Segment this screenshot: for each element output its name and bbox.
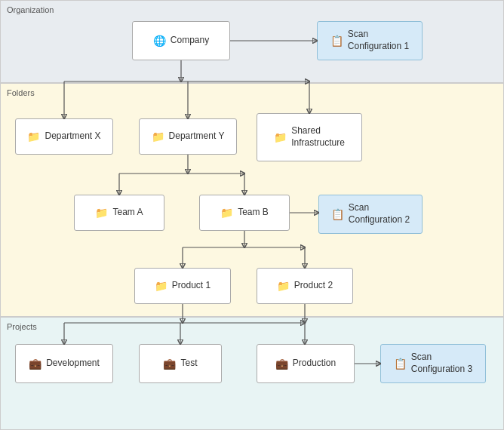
- dept-y-node[interactable]: 📁 Department Y: [139, 118, 237, 155]
- scan-config-2-icon: 📋: [331, 208, 344, 220]
- product-2-node[interactable]: 📁 Product 2: [257, 268, 353, 304]
- production-node[interactable]: 💼 Production: [257, 344, 355, 383]
- org-section: Organization: [0, 0, 504, 83]
- production-label: Production: [293, 358, 336, 370]
- dept-x-node[interactable]: 📁 Department X: [15, 118, 113, 155]
- org-label: Organization: [7, 5, 54, 14]
- test-icon: 💼: [163, 358, 176, 370]
- development-node[interactable]: 💼 Development: [15, 344, 113, 383]
- development-icon: 💼: [29, 358, 41, 370]
- scan-config-2-label: ScanConfiguration 2: [349, 202, 410, 226]
- team-a-label: Team A: [112, 207, 143, 219]
- team-a-node[interactable]: 📁 Team A: [74, 195, 164, 231]
- scan-config-3-icon: 📋: [394, 358, 407, 370]
- test-node[interactable]: 💼 Test: [139, 344, 222, 383]
- development-label: Development: [46, 358, 100, 370]
- team-b-icon: 📁: [220, 207, 233, 219]
- test-label: Test: [180, 358, 197, 370]
- team-b-label: Team B: [238, 207, 269, 219]
- dept-y-icon: 📁: [152, 131, 164, 143]
- company-icon: 🌐: [153, 35, 166, 47]
- production-icon: 💼: [275, 358, 288, 370]
- shared-infra-node[interactable]: 📁 SharedInfrastructure: [257, 113, 362, 161]
- scan-config-1-label: ScanConfiguration 1: [348, 29, 409, 52]
- team-b-node[interactable]: 📁 Team B: [199, 195, 290, 231]
- shared-infra-label: SharedInfrastructure: [291, 125, 345, 149]
- product-2-label: Product 2: [294, 280, 333, 292]
- scan-config-3-node[interactable]: 📋 ScanConfiguration 3: [380, 344, 486, 383]
- team-a-icon: 📁: [95, 207, 108, 219]
- product-1-node[interactable]: 📁 Product 1: [134, 268, 231, 304]
- company-label: Company: [171, 35, 209, 47]
- product-1-label: Product 1: [172, 280, 211, 292]
- scan-config-1-node[interactable]: 📋 ScanConfiguration 1: [317, 21, 423, 60]
- product-1-icon: 📁: [155, 280, 167, 292]
- dept-x-icon: 📁: [27, 131, 40, 143]
- dept-x-label: Department X: [45, 131, 100, 143]
- projects-label: Projects: [7, 322, 37, 331]
- dept-y-label: Department Y: [169, 131, 225, 143]
- company-node[interactable]: 🌐 Company: [132, 21, 230, 60]
- folders-label: Folders: [7, 88, 35, 97]
- shared-infra-icon: 📁: [274, 131, 287, 143]
- scan-config-3-label: ScanConfiguration 3: [411, 352, 472, 375]
- product-2-icon: 📁: [277, 280, 290, 292]
- scan-config-2-node[interactable]: 📋 ScanConfiguration 2: [318, 195, 423, 234]
- scan-config-1-icon: 📋: [330, 35, 343, 47]
